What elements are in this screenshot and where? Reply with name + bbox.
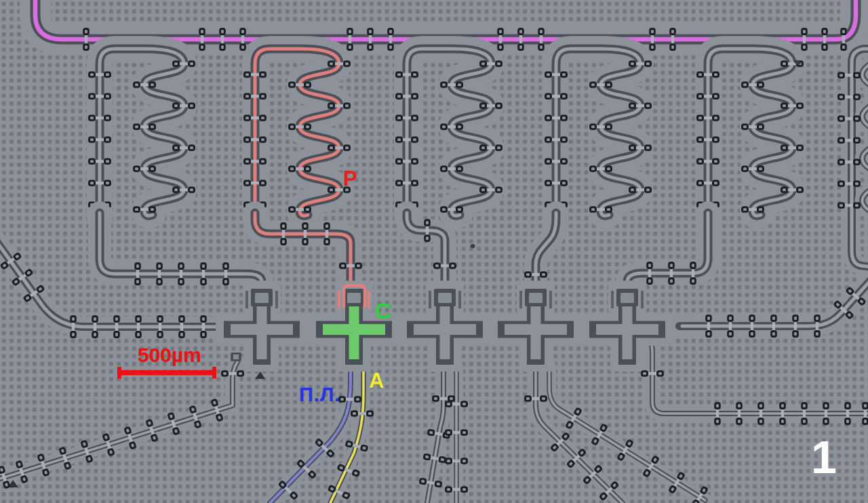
label-resonator: P — [343, 168, 358, 189]
label-antenna: A — [369, 370, 384, 391]
label-flux-line: П.Л. — [299, 385, 340, 405]
figure-number: 1 — [811, 434, 837, 480]
chip-micrograph: P C A П.Л. 500µm 1 — [0, 0, 868, 503]
scale-bar-label: 500µm — [138, 345, 201, 365]
debris-particle — [471, 244, 475, 248]
chip-drawing — [0, 0, 868, 503]
label-qubit: C — [375, 299, 393, 322]
